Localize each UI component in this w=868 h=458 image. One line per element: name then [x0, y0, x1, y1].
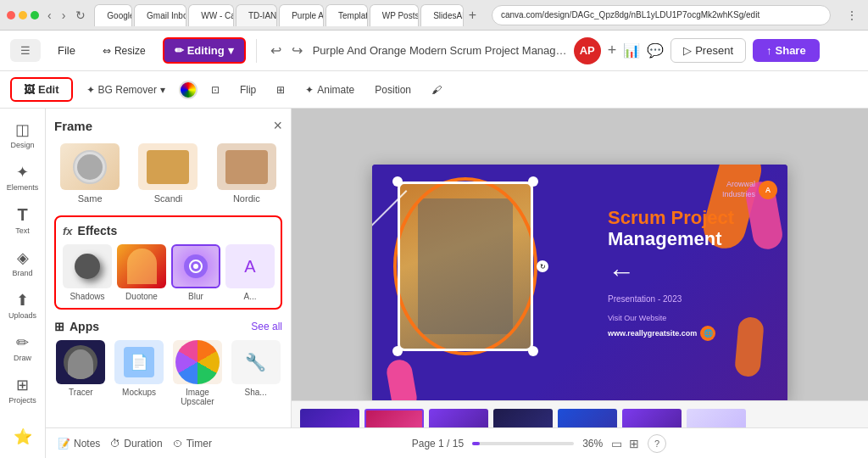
frame-item-scandi[interactable]: Scandi [132, 143, 203, 204]
add-collaborator-btn[interactable]: + [608, 42, 617, 59]
document-title: Purple And Orange Modern Scrum Project M… [313, 44, 567, 57]
tab-templates[interactable]: Templates × [326, 4, 368, 26]
position-btn[interactable]: Position [368, 81, 418, 99]
flip-label: Flip [240, 84, 256, 96]
browser-navigation: ‹ › ↻ [44, 7, 89, 24]
hamburger-menu-btn[interactable]: ☰ [10, 39, 41, 62]
effect-item-shadows[interactable]: Shadows [63, 244, 112, 301]
timer-btn[interactable]: ⏲ Timer [173, 438, 212, 450]
slide-website-row: www.reallygreatsite.com 🌐 [608, 326, 777, 341]
share-btn[interactable]: ↑ Share [753, 39, 820, 62]
color-picker-btn[interactable] [179, 81, 198, 99]
tab-google[interactable]: Google × [94, 4, 132, 26]
panel: Frame × Same Scandi [46, 109, 292, 458]
slide-subtitle: Presentation - 2023 [608, 294, 777, 304]
undo-redo-group: ↩ ↪ [267, 39, 306, 62]
back-btn[interactable]: ‹ [44, 7, 55, 24]
grid-btn[interactable]: ⊞ [270, 81, 292, 99]
bg-remover-caret-icon: ▾ [160, 84, 165, 96]
duration-icon: ⏱ [110, 438, 120, 450]
tab-active[interactable]: TD-IAN25 × [236, 4, 277, 26]
app-item-mockups[interactable]: 📄 Mockups [113, 340, 166, 406]
frame-item-nordic[interactable]: Nordic [211, 143, 282, 204]
resize-btn[interactable]: ⇔ Resize [92, 40, 156, 62]
app-item-sha[interactable]: 🔧 Sha... [229, 340, 282, 406]
notes-btn[interactable]: 📝 Notes [58, 438, 100, 450]
help-btn[interactable]: ? [648, 434, 666, 453]
page-info: Page 1 / 15 [412, 438, 464, 450]
forward-btn[interactable]: › [58, 7, 70, 24]
effect-item-duotone[interactable]: Duotone [117, 244, 166, 301]
minimize-window-btn[interactable] [19, 11, 27, 20]
sidebar-item-uploads[interactable]: ⬆ Uploads [4, 286, 42, 325]
app-item-tracer[interactable]: Tracer [54, 340, 108, 406]
tab-ww[interactable]: WW - Canva × [188, 4, 234, 26]
handle-tr[interactable] [528, 176, 538, 187]
see-all-btn[interactable]: See all [251, 321, 282, 332]
bg-remover-btn[interactable]: ✦ BG Remover ▾ [80, 81, 172, 99]
panel-header: Frame × [54, 117, 282, 135]
analytics-btn[interactable]: 📊 [623, 42, 640, 59]
share-label: Share [776, 44, 806, 57]
more-options-btn[interactable]: 🖌 [425, 81, 448, 99]
handle-br[interactable] [528, 346, 538, 356]
maximize-window-btn[interactable] [31, 11, 39, 20]
redo-btn[interactable]: ↪ [288, 39, 306, 62]
slide-image-frame[interactable]: ↻ [398, 182, 533, 351]
tab-gmail[interactable]: Gmail Inbox (94+) × [134, 4, 186, 26]
sidebar-item-design[interactable]: ◫ Design [4, 115, 42, 154]
file-menu-btn[interactable]: File [47, 39, 86, 62]
notes-icon: 📝 [58, 438, 70, 450]
tab-wp[interactable]: WP Posts - Si... × [370, 4, 420, 26]
user-avatar[interactable]: AP [574, 37, 601, 64]
close-window-btn[interactable] [7, 11, 15, 20]
timer-icon: ⏲ [173, 438, 183, 450]
flip-btn[interactable]: Flip [233, 81, 263, 99]
address-bar[interactable]: canva.com/design/DAGc_Qpz8dg/nBL1yLDU1P7… [492, 5, 831, 25]
slide-website-url: www.reallygreatsite.com [608, 329, 697, 338]
browser-window-controls [7, 11, 39, 20]
tab-label: Gmail Inbox (94+) [147, 11, 186, 20]
sidebar-item-text[interactable]: T Text [4, 200, 42, 240]
edit-image-btn[interactable]: 🖼 Edit [10, 77, 73, 102]
app-label-sha: Sha... [245, 388, 267, 397]
elements-icon: ✦ [16, 163, 29, 182]
slide-canvas[interactable]: ↻ Arowwal Industries A [372, 165, 787, 402]
editing-btn[interactable]: ✏ Editing ▾ [163, 37, 246, 64]
effects-title: Effects [78, 224, 118, 237]
tab-label: TD-IAN25 [248, 11, 277, 20]
settings-btn[interactable]: ⋮ [843, 7, 861, 24]
handle-bl[interactable] [392, 346, 403, 356]
app-toolbar: ☰ File ⇔ Resize ✏ Editing ▾ ↩ ↪ Purple A… [0, 31, 868, 71]
animate-label: Animate [317, 84, 354, 96]
present-btn[interactable]: ▷ Present [670, 38, 746, 63]
apps-title: ⊞ Apps [54, 320, 99, 333]
effect-label-duotone: Duotone [125, 292, 158, 301]
effect-item-blur[interactable]: Blur [171, 244, 220, 301]
sidebar-item-brand[interactable]: ◈ Brand [4, 243, 42, 282]
handle-tl[interactable] [392, 176, 403, 187]
sidebar-item-help[interactable]: ⭐ [4, 422, 42, 451]
sidebar-item-elements[interactable]: ✦ Elements [4, 158, 42, 197]
refresh-btn[interactable]: ↻ [72, 7, 89, 24]
app-item-upscaler[interactable]: Image Upscaler [171, 340, 225, 406]
animate-btn[interactable]: ✦ Animate [298, 81, 361, 99]
sidebar-item-draw[interactable]: ✏ Draw [4, 328, 42, 367]
duration-btn[interactable]: ⏱ Duration [110, 438, 162, 450]
tab-purple[interactable]: Purple Am... × [279, 4, 324, 26]
effect-item-more[interactable]: A A... [225, 244, 275, 301]
comments-btn[interactable]: 💬 [647, 42, 664, 59]
undo-btn[interactable]: ↩ [267, 39, 285, 62]
projects-icon: ⊞ [16, 376, 29, 394]
grid-view-btn[interactable]: ⊞ [629, 437, 639, 450]
single-view-btn[interactable]: ▭ [611, 437, 622, 450]
handle-rotate[interactable]: ↻ [537, 260, 548, 272]
panel-close-btn[interactable]: × [273, 117, 282, 135]
sidebar-item-projects[interactable]: ⊞ Projects [4, 371, 42, 410]
tab-slidesai[interactable]: SlidesAI:... × [420, 4, 463, 26]
crop-btn[interactable]: ⊡ [204, 81, 226, 99]
new-tab-btn[interactable]: + [465, 4, 480, 26]
sidebar-label-brand: Brand [12, 269, 32, 277]
sidebar-label-design: Design [10, 141, 34, 149]
frame-item-same[interactable]: Same [54, 143, 125, 204]
